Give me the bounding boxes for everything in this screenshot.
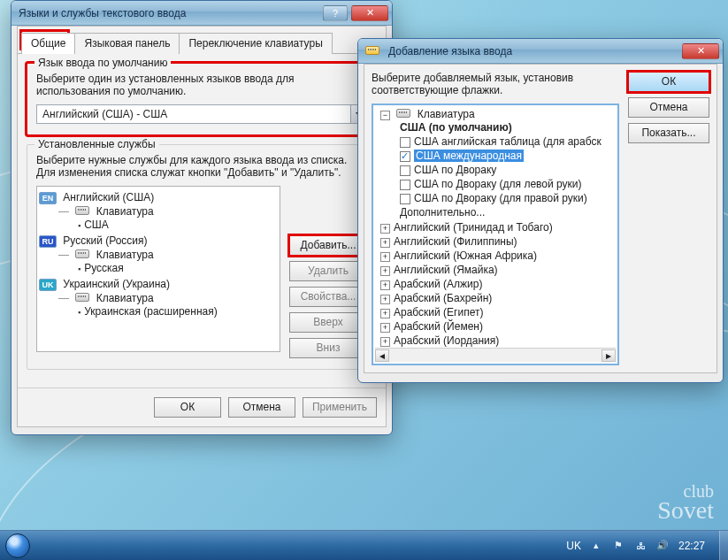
checkbox[interactable] <box>400 165 410 176</box>
keyboard-icon <box>75 206 89 215</box>
expand-icon[interactable]: + <box>380 323 390 333</box>
installed-services-group: Установленные службы Выберите нужные слу… <box>27 144 377 370</box>
expand-icon[interactable]: + <box>380 238 390 248</box>
ok-button[interactable]: ОК <box>154 397 221 418</box>
window-title: Добавление языка ввода <box>388 45 678 58</box>
lang-ukrainian[interactable]: Украинский (Украина) <box>63 278 170 290</box>
keyboard-icon <box>365 45 383 58</box>
combo-value: Английский (США) - США <box>37 108 350 120</box>
lang-english[interactable]: Английский (США) <box>63 191 154 203</box>
flag-icon-uk: UK <box>39 279 57 291</box>
tab-strip: Общие Языковая панель Переключение клави… <box>18 27 386 54</box>
service-buttons: Добавить... Удалить Свойства... Вверх Вн… <box>289 186 367 358</box>
keyboard-icon <box>396 109 410 118</box>
preview-button[interactable]: Показать... <box>628 123 709 143</box>
action-center-icon[interactable]: ⚑ <box>612 539 625 552</box>
close-button[interactable]: ✕ <box>351 5 388 21</box>
move-down-button[interactable]: Вниз <box>289 338 367 358</box>
help-button[interactable]: ? <box>323 5 348 21</box>
keyboard-icon <box>75 293 89 302</box>
expand-icon[interactable]: + <box>380 252 390 262</box>
checkbox[interactable] <box>400 180 410 190</box>
taskbar[interactable]: UK ▴ ⚑ 🖧 🔊 22:27 <box>0 530 728 560</box>
flag-icon-en: EN <box>39 192 57 204</box>
expand-icon[interactable]: + <box>380 224 390 234</box>
lang-russian[interactable]: Русский (Россия) <box>63 234 147 247</box>
expand-icon[interactable]: + <box>380 337 390 347</box>
selected-option[interactable]: США международная <box>414 150 524 162</box>
tab-language-bar[interactable]: Языковая панель <box>74 33 180 54</box>
tab-key-switch[interactable]: Переключение клавиатуры <box>179 33 332 54</box>
default-lang-desc: Выберите один из установленных языков вв… <box>36 73 367 97</box>
properties-button[interactable]: Свойства... <box>289 287 367 307</box>
services-desc: Выберите нужные службы для каждого языка… <box>36 154 367 179</box>
tray-chevron-icon[interactable]: ▴ <box>590 539 603 552</box>
windows-logo-icon <box>5 533 30 558</box>
apply-button[interactable]: Применить <box>303 397 377 418</box>
scroll-left-icon[interactable]: ◂ <box>375 349 389 362</box>
expand-icon[interactable]: + <box>380 295 390 304</box>
scroll-right-icon[interactable]: ▸ <box>602 349 616 362</box>
expand-icon[interactable]: + <box>380 266 390 276</box>
move-up-button[interactable]: Вверх <box>289 312 367 333</box>
expand-icon[interactable]: + <box>380 309 390 318</box>
expand-icon[interactable]: + <box>380 280 390 290</box>
default-language-combo[interactable]: Английский (США) - США <box>36 104 367 124</box>
collapse-icon[interactable]: − <box>380 111 390 120</box>
flag-icon-ru: RU <box>39 235 57 248</box>
watermark: club Sovet <box>657 483 714 521</box>
language-tree[interactable]: − Клавиатура США (по умолчанию) США англ… <box>372 104 619 365</box>
titlebar-win2[interactable]: Добавление языка ввода ✕ <box>358 39 723 64</box>
default-input-language-group: Язык ввода по умолчанию Выберите один из… <box>27 63 377 135</box>
default-layout-label[interactable]: США (по умолчанию) <box>400 121 512 134</box>
close-button[interactable]: ✕ <box>682 43 719 59</box>
cancel-button[interactable]: Отмена <box>228 397 295 418</box>
tab-general[interactable]: Общие <box>21 33 75 54</box>
dialog-side-buttons: ОК Отмена Показать... <box>628 72 709 365</box>
add-lang-desc: Выберите добавляемый язык, установив соо… <box>372 72 619 96</box>
add-button[interactable]: Добавить... <box>289 235 367 256</box>
input-language-indicator[interactable]: UK <box>566 540 581 552</box>
show-desktop-button[interactable] <box>719 531 728 561</box>
horizontal-scrollbar[interactable]: ◂ ▸ <box>375 348 616 362</box>
window-title: Языки и службы текстового ввода <box>19 7 319 19</box>
group-legend: Язык ввода по умолчанию <box>34 57 171 69</box>
keyboard-icon <box>75 249 89 258</box>
clock[interactable]: 22:27 <box>678 540 705 552</box>
network-icon[interactable]: 🖧 <box>634 539 648 552</box>
installed-services-tree[interactable]: EN Английский (США) Клавиатура США <box>36 186 280 352</box>
ok-button[interactable]: ОК <box>628 72 709 92</box>
client-area: Выберите добавляемый язык, установив соо… <box>364 64 717 373</box>
client-area: Общие Языковая панель Переключение клави… <box>17 26 387 427</box>
dialog-buttons: ОК Отмена Применить <box>18 387 386 426</box>
start-button[interactable] <box>0 531 35 561</box>
volume-icon[interactable]: 🔊 <box>656 539 670 552</box>
system-tray: UK ▴ ⚑ 🖧 🔊 22:27 <box>557 539 714 552</box>
cancel-button[interactable]: Отмена <box>628 97 709 118</box>
checkbox[interactable] <box>400 137 410 148</box>
tabpage-general: Язык ввода по умолчанию Выберите один из… <box>18 54 386 387</box>
more-link[interactable]: Дополнительно... <box>400 206 485 219</box>
group-legend: Установленные службы <box>34 138 159 150</box>
remove-button[interactable]: Удалить <box>289 261 367 281</box>
checkbox[interactable] <box>400 151 410 162</box>
add-input-language-window: Добавление языка ввода ✕ Выберите добавл… <box>357 38 724 383</box>
titlebar-win1[interactable]: Языки и службы текстового ввода ? ✕ <box>11 1 392 26</box>
text-services-window: Языки и службы текстового ввода ? ✕ Общи… <box>11 0 393 435</box>
checkbox[interactable] <box>400 194 410 204</box>
